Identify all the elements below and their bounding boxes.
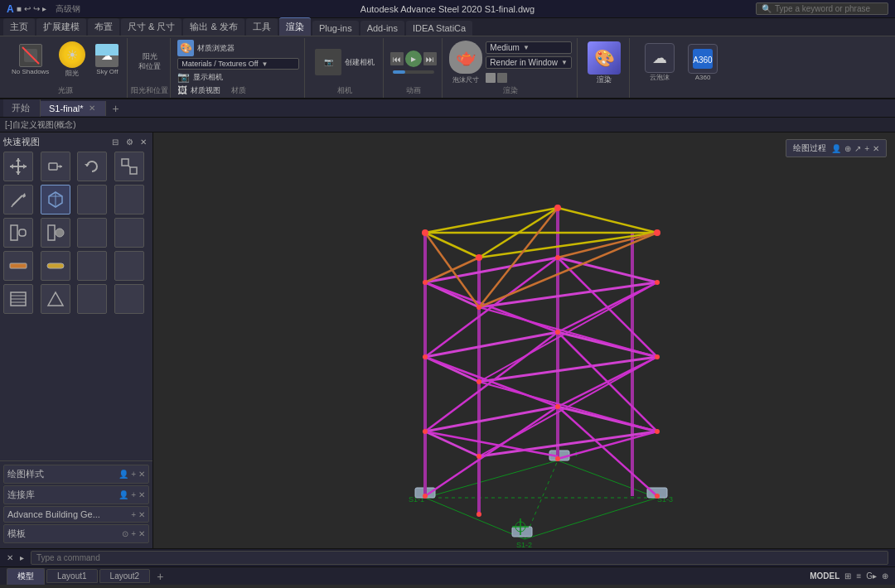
layout-nav-icon[interactable]: G▸ bbox=[866, 571, 877, 581]
tab-expand[interactable]: 扩展建模 bbox=[36, 18, 86, 36]
location-dropdown[interactable]: Render in Window ▼ bbox=[486, 56, 572, 69]
cloud-btn[interactable]: ☁ 云泡沫 bbox=[641, 41, 678, 84]
dp-add-icon[interactable]: ⊕ bbox=[844, 144, 851, 153]
template-settings-icon[interactable]: ⊙ bbox=[122, 529, 128, 538]
command-input[interactable] bbox=[31, 551, 888, 565]
render-small-btn2[interactable] bbox=[497, 73, 507, 83]
qv-btn-move[interactable] bbox=[41, 152, 70, 181]
search-box[interactable]: 🔍 bbox=[756, 2, 888, 15]
group-label-camera: 相机 bbox=[337, 85, 352, 96]
viewport[interactable]: 绘图过程 👤 ⊕ ↗ + ✕ S1-1 S1-2 S1-4 S1-3 bbox=[153, 133, 895, 548]
mat-textures-dropdown[interactable]: Materials / Textures Off ▼ bbox=[177, 58, 299, 70]
qv-btn-frame1[interactable] bbox=[3, 218, 33, 248]
drawing-style-add-icon[interactable]: + bbox=[131, 470, 136, 479]
qv-btn-rotate[interactable] bbox=[77, 152, 107, 181]
ribbon-group-render: 🫖 泡沫尺寸 Medium ▼ Render in Window ▼ bbox=[444, 38, 578, 98]
qv-btn-empty3[interactable] bbox=[77, 218, 107, 248]
layout-list-icon[interactable]: ≡ bbox=[856, 571, 861, 581]
a360-btn[interactable]: A360 A360 bbox=[685, 42, 721, 83]
doc-tab-add[interactable]: + bbox=[106, 99, 126, 118]
dp-plus-icon[interactable]: + bbox=[864, 144, 869, 153]
qv-btn-scale[interactable] bbox=[114, 152, 144, 181]
svg-line-33 bbox=[525, 498, 657, 539]
dp-close-icon[interactable]: ✕ bbox=[873, 144, 879, 153]
svg-line-87 bbox=[425, 258, 479, 282]
qv-btn-empty2[interactable] bbox=[114, 185, 144, 214]
ribbon-group-animation: ⏮ ▸ ⏭ 动画 bbox=[385, 38, 443, 98]
svg-point-25 bbox=[56, 229, 64, 237]
layout-grid-icon[interactable]: ⊞ bbox=[844, 571, 851, 581]
qv-btn-empty8[interactable] bbox=[114, 284, 144, 314]
quality-dropdown[interactable]: Medium ▼ bbox=[486, 41, 572, 54]
qv-close-icon[interactable]: ✕ bbox=[138, 137, 149, 148]
create-camera-btn[interactable]: 📷 创建相机 bbox=[312, 47, 378, 77]
qv-btn-wall1[interactable] bbox=[3, 284, 33, 314]
layout-tab-layout2[interactable]: Layout2 bbox=[99, 569, 151, 583]
qv-btn-beam1[interactable] bbox=[3, 251, 33, 281]
qv-btn-pencil[interactable] bbox=[3, 185, 33, 214]
advance-building-close-icon[interactable]: ✕ bbox=[138, 510, 145, 519]
qv-filter-icon[interactable]: ⊟ bbox=[109, 137, 121, 148]
drawing-style-close-icon[interactable]: ✕ bbox=[138, 470, 145, 479]
palette-advance-building[interactable]: Advance Building Ge... + ✕ bbox=[3, 506, 149, 523]
layout-tab-add[interactable]: + bbox=[152, 570, 168, 583]
qv-btn-empty7[interactable] bbox=[77, 284, 107, 314]
tab-output[interactable]: 输出 & 发布 bbox=[183, 18, 244, 36]
status-play-icon[interactable]: ▸ bbox=[20, 553, 24, 562]
tab-layout[interactable]: 布置 bbox=[88, 18, 119, 36]
qv-btn-empty1[interactable] bbox=[77, 185, 107, 214]
layout-add-icon[interactable]: ⊕ bbox=[882, 571, 888, 581]
tab-plugins[interactable]: Plug-ins bbox=[312, 21, 359, 36]
connection-lib-user-icon[interactable]: 👤 bbox=[119, 490, 128, 499]
svg-marker-9 bbox=[23, 164, 27, 169]
tab-idea[interactable]: IDEA StatiCa bbox=[406, 21, 472, 36]
palette-connection-lib[interactable]: 连接库 👤 + ✕ bbox=[3, 485, 149, 504]
doc-tab-start[interactable]: 开始 bbox=[3, 99, 41, 117]
ribbon-group-materials: 🎨 材质浏览器 Materials / Textures Off ▼ 📷 显示相… bbox=[172, 38, 305, 98]
tab-addins[interactable]: Add-ins bbox=[360, 21, 404, 36]
dp-user-icon[interactable]: 👤 bbox=[831, 144, 841, 153]
layout-tab-model[interactable]: 模型 bbox=[7, 568, 45, 585]
qv-btn-cube[interactable] bbox=[41, 185, 70, 214]
palette-drawing-style[interactable]: 绘图样式 👤 + ✕ bbox=[3, 465, 149, 484]
doc-tab-s1-close[interactable]: ✕ bbox=[89, 104, 95, 113]
template-close-icon[interactable]: ✕ bbox=[138, 529, 145, 538]
sky-off-btn[interactable]: ☁ Sky Off bbox=[92, 42, 122, 77]
render-main-btn[interactable]: 🎨 渲染 bbox=[584, 40, 624, 87]
qv-btn-empty6[interactable] bbox=[114, 251, 144, 281]
connection-lib-add-icon[interactable]: + bbox=[131, 490, 136, 499]
advance-building-add-icon[interactable]: + bbox=[131, 510, 136, 519]
svg-line-66 bbox=[425, 431, 479, 456]
anim-next-btn[interactable]: ⏭ bbox=[423, 52, 437, 65]
tab-dimensions[interactable]: 尺寸 & 尺寸 bbox=[121, 18, 181, 36]
group-label-animation: 动画 bbox=[406, 85, 421, 96]
dp-arrow-icon[interactable]: ↗ bbox=[854, 144, 861, 153]
layout-tab-layout1[interactable]: Layout1 bbox=[46, 569, 98, 583]
anim-prev-btn[interactable]: ⏮ bbox=[390, 52, 404, 65]
render-small-btn[interactable] bbox=[486, 73, 496, 83]
connection-lib-close-icon[interactable]: ✕ bbox=[138, 490, 145, 499]
undo-icon[interactable]: ↩ bbox=[24, 4, 31, 13]
tab-tools[interactable]: 工具 bbox=[246, 18, 278, 36]
qv-btn-beam2[interactable] bbox=[41, 251, 70, 281]
sunlight-btn[interactable]: ☀ 阳光 bbox=[56, 40, 89, 80]
anim-play-btn[interactable]: ▸ bbox=[405, 51, 422, 67]
qv-btn-empty4[interactable] bbox=[114, 218, 144, 248]
qv-settings-icon[interactable]: ⚙ bbox=[123, 137, 135, 148]
doc-tab-s1[interactable]: S1-final* ✕ bbox=[41, 101, 106, 116]
template-add-icon[interactable]: + bbox=[131, 529, 136, 538]
drawing-style-user-icon[interactable]: 👤 bbox=[119, 470, 128, 479]
qv-btn-wall2[interactable] bbox=[41, 284, 70, 314]
tab-home[interactable]: 主页 bbox=[3, 18, 35, 36]
search-input[interactable] bbox=[775, 4, 883, 13]
no-shadows-btn[interactable]: No Shadows bbox=[8, 42, 52, 77]
qv-btn-empty5[interactable] bbox=[77, 251, 107, 281]
menu-icon[interactable]: ■ bbox=[17, 4, 22, 13]
qv-btn-arrows[interactable] bbox=[3, 152, 33, 181]
status-x-icon[interactable]: ✕ bbox=[7, 553, 13, 562]
redo-icon[interactable]: ↪ bbox=[33, 4, 40, 13]
qv-btn-frame2[interactable] bbox=[41, 218, 70, 248]
tab-render[interactable]: 渲染 bbox=[279, 17, 311, 36]
palette-template[interactable]: 模板 ⊙ + ✕ bbox=[3, 524, 149, 543]
play-icon[interactable]: ▸ bbox=[42, 4, 46, 13]
